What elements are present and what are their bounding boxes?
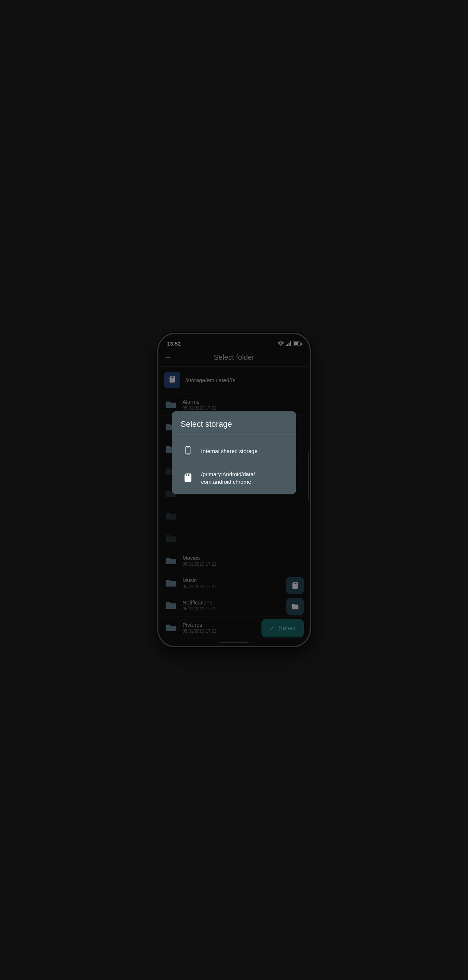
dialog-options: Internal shared storage /primary:Android… [172,435,296,494]
svg-rect-5 [186,446,190,454]
dialog-option-primary[interactable]: /primary:Android/data/com.android.chrome [172,464,296,491]
primary-storage-label: /primary:Android/data/com.android.chrome [201,470,255,485]
phone-icon [181,444,195,458]
dialog-title: Select storage [172,411,296,435]
phone-screen: 13.52 [158,334,310,646]
internal-storage-label: Internal shared storage [201,447,257,455]
phone-frame: 13.52 [157,333,311,647]
select-storage-dialog: Select storage Internal shared storage [172,411,296,494]
dialog-option-internal[interactable]: Internal shared storage [172,438,296,464]
svg-rect-7 [187,447,189,447]
svg-rect-6 [187,453,189,454]
sd-card-icon [181,470,195,485]
